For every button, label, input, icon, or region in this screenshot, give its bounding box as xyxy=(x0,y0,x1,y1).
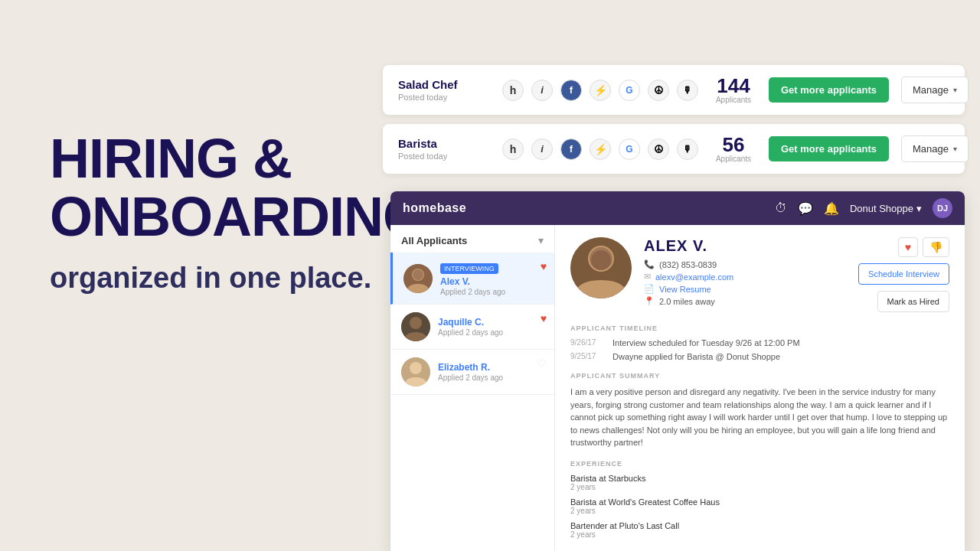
app-panel: homebase ⏱ 💬 🔔 Donut Shoppe ▾ DJ All App… xyxy=(390,191,965,551)
mark-as-hired-button[interactable]: Mark as Hired xyxy=(877,291,949,312)
svg-point-10 xyxy=(591,250,611,270)
manage-button-barista[interactable]: Manage ▾ xyxy=(901,135,969,162)
applicant-info-elizabeth: Elizabeth R. Applied 2 days ago xyxy=(438,362,544,382)
svg-point-4 xyxy=(410,317,422,329)
peace-source-icon-b: ☮ xyxy=(648,139,669,160)
get-more-applicants-barista[interactable]: Get more applicants xyxy=(769,136,889,161)
experience-item-0: Barista at Starbucks 2 years xyxy=(570,474,949,491)
applicant-count-salad-chef: 144 Applicants xyxy=(710,76,756,104)
experience-item-1: Barista at World's Greatest Coffee Haus … xyxy=(570,497,949,515)
timeline-row-0: 9/26/17 Interview scheduled for Tuesday … xyxy=(570,338,949,347)
timeline-label: APPLICANT TIMELINE xyxy=(570,324,949,332)
sidebar-header: All Applicants ▾ xyxy=(390,225,554,253)
filter-icon[interactable]: ▾ xyxy=(538,234,544,246)
job-source-icons: h i f ⚡ G ☮ 🎙 xyxy=(502,80,698,101)
job-info-barista: Barista Posted today xyxy=(398,137,490,161)
manage-chevron-icon: ▾ xyxy=(953,86,957,94)
phone-icon: 📞 xyxy=(644,259,655,269)
hero-section: HIRING & ONBOARDING organized in one pla… xyxy=(50,130,387,296)
heart-empty-icon-elizabeth[interactable]: ♡ xyxy=(537,357,547,370)
hero-subtitle: organized in one place. xyxy=(50,261,387,296)
job-card-barista: Barista Posted today h i f ⚡ G ☮ 🎙 56 Ap… xyxy=(383,124,965,174)
experience-list: Barista at Starbucks 2 years Barista at … xyxy=(570,474,949,539)
applicant-item-jaquille[interactable]: Jaquille C. Applied 2 days ago ♥ xyxy=(390,305,554,350)
applicant-item-elizabeth[interactable]: Elizabeth R. Applied 2 days ago ♡ xyxy=(390,350,554,395)
detail-panel: ALEX V. 📞 (832) 853-0839 ✉ alexv@example… xyxy=(555,225,965,551)
get-more-applicants-salad-chef[interactable]: Get more applicants xyxy=(769,77,889,103)
schedule-interview-button[interactable]: Schedule Interview xyxy=(858,263,949,285)
email-row: ✉ alexv@example.com xyxy=(644,272,846,282)
detail-name-section: ALEX V. 📞 (832) 853-0839 ✉ alexv@example… xyxy=(644,237,846,306)
applicant-name-elizabeth: Elizabeth R. xyxy=(438,362,544,373)
google-source-icon: G xyxy=(619,80,640,101)
job-title-salad-chef: Salad Chef xyxy=(398,78,490,91)
user-avatar[interactable]: DJ xyxy=(933,198,952,218)
google-source-icon-b: G xyxy=(619,139,640,160)
facebook-source-icon-b: f xyxy=(560,139,582,160)
applicant-avatar-jaquille xyxy=(401,312,430,341)
mic-source-icon: 🎙 xyxy=(677,80,698,101)
resume-row: 📄 View Resume xyxy=(644,284,846,294)
clock-icon[interactable]: ⏱ xyxy=(775,201,787,215)
experience-item-2: Bartender at Pluto's Last Call 2 years xyxy=(570,521,949,539)
lightning-source-icon-b: ⚡ xyxy=(590,139,611,160)
phone-row: 📞 (832) 853-0839 xyxy=(644,259,846,269)
email-icon: ✉ xyxy=(644,272,651,282)
job-posted-barista: Posted today xyxy=(398,152,490,161)
applicant-applied-jaquille: Applied 2 days ago xyxy=(438,328,544,337)
store-selector[interactable]: Donut Shoppe ▾ xyxy=(850,203,922,214)
applicants-filter-label: All Applicants xyxy=(401,235,467,246)
applicant-name-alex: Alex V. xyxy=(440,276,544,287)
detail-header: ALEX V. 📞 (832) 853-0839 ✉ alexv@example… xyxy=(570,237,949,312)
summary-text: I am a very positive person and disregar… xyxy=(570,386,949,449)
heart-filled-icon-alex[interactable]: ♥ xyxy=(541,260,547,272)
applicant-item-alex[interactable]: INTERVIEWING Alex V. Applied 2 days ago … xyxy=(390,253,554,305)
detail-contact: 📞 (832) 853-0839 ✉ alexv@example.com 📄 V… xyxy=(644,259,846,306)
job-posted-salad-chef: Posted today xyxy=(398,93,490,102)
nav-logo: homebase xyxy=(403,201,466,215)
timeline-row-1: 9/25/17 Dwayne applied for Barista @ Don… xyxy=(570,352,949,361)
detail-avatar-alex xyxy=(570,237,632,298)
indeed-source-icon: i xyxy=(531,80,553,101)
jobs-section: Salad Chef Posted today h i f ⚡ G ☮ 🎙 14… xyxy=(368,65,980,183)
applicants-sidebar: All Applicants ▾ INTERVIEWING xyxy=(390,225,555,551)
applicant-applied-elizabeth: Applied 2 days ago xyxy=(438,373,544,382)
manage-chevron-icon-b: ▾ xyxy=(953,145,957,153)
homebase-source-icon: h xyxy=(502,80,524,101)
mic-source-icon-b: 🎙 xyxy=(677,139,698,160)
heart-button[interactable]: ♥ xyxy=(898,237,918,257)
thumbdown-button[interactable]: 👎 xyxy=(923,237,949,257)
manage-button-salad-chef[interactable]: Manage ▾ xyxy=(901,77,969,103)
applicant-applied-alex: Applied 2 days ago xyxy=(440,288,544,296)
bell-icon[interactable]: 🔔 xyxy=(824,201,839,216)
job-title-barista: Barista xyxy=(398,137,490,150)
nav-icons: ⏱ 💬 🔔 Donut Shoppe ▾ DJ xyxy=(775,198,952,218)
heart-filled-icon-jaquille[interactable]: ♥ xyxy=(541,312,547,324)
pin-icon: 📍 xyxy=(644,296,655,306)
resume-link[interactable]: View Resume xyxy=(659,285,711,294)
applicant-count-barista: 56 Applicants xyxy=(710,135,756,163)
app-panel-wrapper: homebase ⏱ 💬 🔔 Donut Shoppe ▾ DJ All App… xyxy=(390,191,965,543)
facebook-source-icon: f xyxy=(560,80,582,101)
hero-title: HIRING & ONBOARDING xyxy=(50,130,387,246)
chat-icon[interactable]: 💬 xyxy=(798,201,813,216)
svg-point-2 xyxy=(413,269,423,280)
svg-point-6 xyxy=(410,362,422,374)
timeline: 9/26/17 Interview scheduled for Tuesday … xyxy=(570,338,949,361)
applicant-info-alex: INTERVIEWING Alex V. Applied 2 days ago xyxy=(440,260,544,296)
job-source-icons-barista: h i f ⚡ G ☮ 🎙 xyxy=(502,139,698,160)
homebase-source-icon-b: h xyxy=(502,139,524,160)
timeline-text-0: Interview scheduled for Tuesday 9/26 at … xyxy=(612,338,800,347)
detail-actions: ♥ 👎 Schedule Interview Mark as Hired xyxy=(858,237,949,312)
applicant-avatar-elizabeth xyxy=(401,357,430,386)
lightning-source-icon: ⚡ xyxy=(590,80,611,101)
applicant-info-jaquille: Jaquille C. Applied 2 days ago xyxy=(438,317,544,337)
love-row: ♥ 👎 xyxy=(898,237,949,257)
interviewing-badge: INTERVIEWING xyxy=(440,263,498,274)
resume-icon: 📄 xyxy=(644,284,655,294)
applicant-avatar-alex xyxy=(403,264,433,293)
applicant-name-jaquille: Jaquille C. xyxy=(438,317,544,328)
timeline-date-0: 9/26/17 xyxy=(570,338,605,347)
email-link[interactable]: alexv@example.com xyxy=(655,272,733,282)
summary-label: APPLICANT SUMMARY xyxy=(570,372,949,380)
